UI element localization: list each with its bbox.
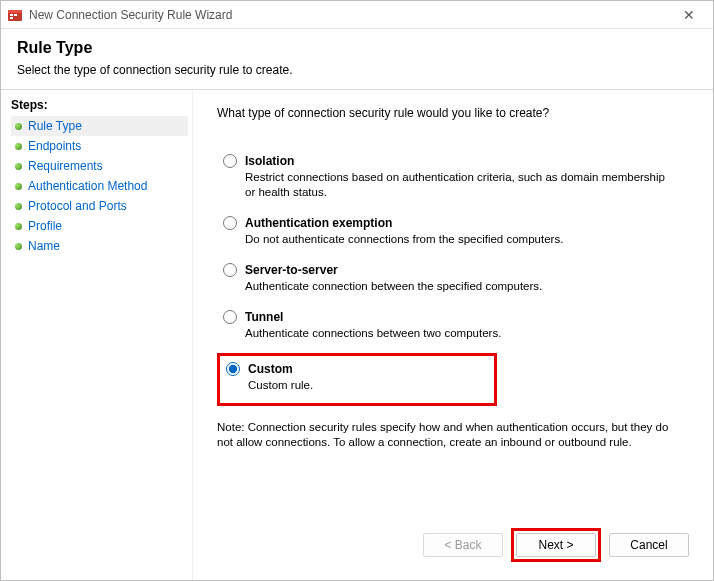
steps-heading: Steps:	[11, 98, 188, 112]
step-protocol-and-ports[interactable]: Protocol and Ports	[11, 196, 188, 216]
next-button[interactable]: Next >	[516, 533, 596, 557]
option-desc: Do not authenticate connections from the…	[245, 232, 675, 247]
back-button: < Back	[423, 533, 503, 557]
step-endpoints[interactable]: Endpoints	[11, 136, 188, 156]
radio-auth-exemption[interactable]	[223, 216, 237, 230]
bullet-icon	[15, 243, 22, 250]
option-custom[interactable]: Custom Custom rule.	[217, 353, 497, 406]
option-label: Authentication exemption	[245, 216, 392, 230]
close-icon[interactable]: ✕	[671, 7, 707, 23]
button-bar: < Back Next > Cancel	[217, 516, 689, 570]
step-label: Authentication Method	[28, 179, 147, 193]
step-label: Name	[28, 239, 60, 253]
svg-rect-1	[8, 10, 22, 13]
option-server-to-server[interactable]: Server-to-server Authenticate connection…	[217, 257, 689, 304]
window-title: New Connection Security Rule Wizard	[29, 8, 232, 22]
cancel-button[interactable]: Cancel	[609, 533, 689, 557]
svg-rect-3	[14, 14, 17, 16]
radio-server-to-server[interactable]	[223, 263, 237, 277]
option-desc: Restrict connections based on authentica…	[245, 170, 675, 200]
radio-tunnel[interactable]	[223, 310, 237, 324]
svg-rect-4	[10, 17, 13, 19]
option-label: Custom	[248, 362, 293, 376]
page-header: Rule Type Select the type of connection …	[1, 29, 713, 90]
option-label: Tunnel	[245, 310, 283, 324]
step-label: Endpoints	[28, 139, 81, 153]
step-label: Protocol and Ports	[28, 199, 127, 213]
step-authentication-method[interactable]: Authentication Method	[11, 176, 188, 196]
option-tunnel[interactable]: Tunnel Authenticate connections between …	[217, 304, 689, 351]
step-label: Requirements	[28, 159, 103, 173]
next-highlight: Next >	[511, 528, 601, 562]
bullet-icon	[15, 223, 22, 230]
radio-isolation[interactable]	[223, 154, 237, 168]
svg-rect-2	[10, 14, 13, 16]
bullet-icon	[15, 123, 22, 130]
option-label: Server-to-server	[245, 263, 338, 277]
app-icon	[7, 7, 23, 23]
step-rule-type[interactable]: Rule Type	[11, 116, 188, 136]
page-title: Rule Type	[17, 39, 697, 57]
option-label: Isolation	[245, 154, 294, 168]
option-auth-exemption[interactable]: Authentication exemption Do not authenti…	[217, 210, 689, 257]
bullet-icon	[15, 203, 22, 210]
step-name[interactable]: Name	[11, 236, 188, 256]
steps-sidebar: Steps: Rule Type Endpoints Requirements …	[1, 90, 193, 580]
option-desc: Custom rule.	[248, 378, 488, 393]
option-desc: Authenticate connections between two com…	[245, 326, 675, 341]
bullet-icon	[15, 183, 22, 190]
note-text: Note: Connection security rules specify …	[217, 420, 687, 451]
page-subtitle: Select the type of connection security r…	[17, 63, 697, 77]
radio-custom[interactable]	[226, 362, 240, 376]
title-bar: New Connection Security Rule Wizard ✕	[1, 1, 713, 29]
bullet-icon	[15, 143, 22, 150]
option-isolation[interactable]: Isolation Restrict connections based on …	[217, 148, 689, 210]
step-profile[interactable]: Profile	[11, 216, 188, 236]
step-label: Rule Type	[28, 119, 82, 133]
option-desc: Authenticate connection between the spec…	[245, 279, 675, 294]
options-group: Isolation Restrict connections based on …	[217, 148, 689, 406]
question-text: What type of connection security rule wo…	[217, 106, 689, 120]
bullet-icon	[15, 163, 22, 170]
step-label: Profile	[28, 219, 62, 233]
step-requirements[interactable]: Requirements	[11, 156, 188, 176]
main-panel: What type of connection security rule wo…	[193, 90, 713, 580]
